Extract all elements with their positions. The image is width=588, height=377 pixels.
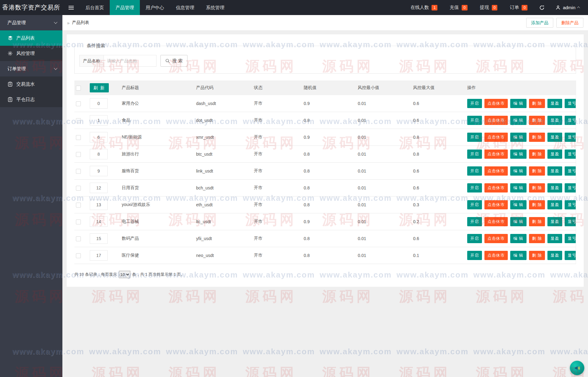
row-checkbox[interactable] <box>76 118 81 123</box>
close-market-button[interactable]: 点击休市 <box>484 150 508 159</box>
close-market-button[interactable]: 点击休市 <box>484 200 508 209</box>
show-profit-button[interactable]: 显盈 <box>547 217 562 226</box>
row-checkbox[interactable] <box>76 220 81 224</box>
delete-button[interactable]: 删 除 <box>529 166 545 176</box>
refresh-button[interactable]: 刷 新 <box>90 83 109 92</box>
delete-button[interactable]: 删 除 <box>529 99 545 108</box>
edit-button[interactable]: 编 辑 <box>510 116 527 125</box>
close-market-button[interactable]: 点击休市 <box>484 99 508 108</box>
audio-notification-button[interactable] <box>570 361 584 375</box>
sidebar-item-1-1[interactable]: 平仓日志 <box>0 92 62 107</box>
row-checkbox[interactable] <box>76 135 81 140</box>
edit-button[interactable]: 编 辑 <box>510 183 527 192</box>
open-button[interactable]: 开启 <box>467 251 482 260</box>
sidebar-item-0-0[interactable]: 产品列表 <box>0 30 62 46</box>
close-market-button[interactable]: 点击休市 <box>484 183 508 192</box>
edit-button[interactable]: 编 辑 <box>510 234 527 243</box>
sidebar-group-0[interactable]: 产品管理 <box>0 15 62 30</box>
close-market-button[interactable]: 点击休市 <box>484 133 508 142</box>
open-button[interactable]: 开启 <box>467 133 482 142</box>
close-market-button[interactable]: 点击休市 <box>484 217 508 226</box>
row-checkbox[interactable] <box>76 253 81 258</box>
row-checkbox[interactable] <box>76 152 81 157</box>
show-profit-button[interactable]: 显盈 <box>547 183 562 192</box>
sidebar-item-1-0[interactable]: 交易流水 <box>0 76 62 92</box>
open-button[interactable]: 开启 <box>467 234 482 243</box>
close-market-button[interactable]: 点击休市 <box>484 116 508 125</box>
refresh-icon[interactable] <box>534 0 550 15</box>
open-button[interactable]: 开启 <box>467 166 482 176</box>
show-loss-button[interactable]: 显亏 <box>565 234 576 243</box>
edit-button[interactable]: 编 辑 <box>510 166 527 176</box>
show-loss-button[interactable]: 显亏 <box>565 116 576 125</box>
edit-button[interactable]: 编 辑 <box>510 150 527 159</box>
nav-item-1[interactable]: 产品管理 <box>110 0 140 15</box>
edit-button[interactable]: 编 辑 <box>510 200 527 209</box>
delete-product-button[interactable]: 删除产品 <box>556 18 583 28</box>
show-profit-button[interactable]: 显盈 <box>547 150 562 159</box>
open-button[interactable]: 开启 <box>467 217 482 226</box>
row-checkbox[interactable] <box>76 101 81 106</box>
show-loss-button[interactable]: 显亏 <box>565 217 576 226</box>
show-loss-button[interactable]: 显亏 <box>565 200 576 209</box>
close-market-button[interactable]: 点击休市 <box>484 166 508 176</box>
row-id-input[interactable] <box>90 216 108 227</box>
user-menu[interactable]: admin <box>550 0 588 15</box>
nav-stat-1[interactable]: 充值 0 <box>444 0 474 15</box>
delete-button[interactable]: 删 除 <box>529 217 545 226</box>
show-loss-button[interactable]: 显亏 <box>565 166 576 176</box>
nav-stat-3[interactable]: 订单 0 <box>503 0 534 15</box>
row-id-input[interactable] <box>90 149 108 159</box>
open-button[interactable]: 开启 <box>467 183 482 192</box>
show-loss-button[interactable]: 显亏 <box>565 99 576 108</box>
nav-item-3[interactable]: 信息管理 <box>170 0 200 15</box>
per-page-select[interactable]: 10 <box>119 271 130 278</box>
row-checkbox[interactable] <box>76 236 81 241</box>
show-profit-button[interactable]: 显盈 <box>547 251 562 260</box>
delete-button[interactable]: 删 除 <box>529 251 545 260</box>
show-loss-button[interactable]: 显亏 <box>565 150 576 159</box>
row-checkbox[interactable] <box>76 203 81 208</box>
edit-button[interactable]: 编 辑 <box>510 251 527 260</box>
delete-button[interactable]: 删 除 <box>529 150 545 159</box>
delete-button[interactable]: 删 除 <box>529 234 545 243</box>
row-id-input[interactable] <box>90 115 108 126</box>
delete-button[interactable]: 删 除 <box>529 116 545 125</box>
open-button[interactable]: 开启 <box>467 99 482 108</box>
show-profit-button[interactable]: 显盈 <box>547 99 562 108</box>
product-name-input[interactable] <box>104 55 156 67</box>
close-market-button[interactable]: 点击休市 <box>484 251 508 260</box>
nav-item-0[interactable]: 后台首页 <box>80 0 110 15</box>
sidebar-group-1[interactable]: 订单管理 <box>0 61 62 76</box>
nav-stat-0[interactable]: 在线人数 1 <box>404 0 444 15</box>
row-id-input[interactable] <box>90 250 108 261</box>
row-id-input[interactable] <box>90 98 108 109</box>
row-id-input[interactable] <box>90 200 108 210</box>
show-profit-button[interactable]: 显盈 <box>547 234 562 243</box>
row-checkbox[interactable] <box>76 169 81 174</box>
select-all-checkbox[interactable] <box>76 86 81 91</box>
show-profit-button[interactable]: 显盈 <box>547 200 562 209</box>
show-profit-button[interactable]: 显盈 <box>547 133 562 142</box>
search-button[interactable]: 搜 索 <box>160 55 187 67</box>
row-id-input[interactable] <box>90 183 108 193</box>
show-loss-button[interactable]: 显亏 <box>565 133 576 142</box>
sidebar-item-0-1[interactable]: 风控管理 <box>0 46 62 61</box>
open-button[interactable]: 开启 <box>467 200 482 209</box>
edit-button[interactable]: 编 辑 <box>510 133 527 142</box>
row-id-input[interactable] <box>90 233 108 244</box>
edit-button[interactable]: 编 辑 <box>510 99 527 108</box>
close-market-button[interactable]: 点击休市 <box>484 234 508 243</box>
hamburger-icon[interactable] <box>62 0 80 15</box>
edit-button[interactable]: 编 辑 <box>510 217 527 226</box>
open-button[interactable]: 开启 <box>467 150 482 159</box>
show-loss-button[interactable]: 显亏 <box>565 183 576 192</box>
delete-button[interactable]: 删 除 <box>529 200 545 209</box>
delete-button[interactable]: 删 除 <box>529 133 545 142</box>
add-product-button[interactable]: 添加产品 <box>526 18 553 28</box>
nav-stat-2[interactable]: 提现 0 <box>474 0 504 15</box>
delete-button[interactable]: 删 除 <box>529 183 545 192</box>
row-id-input[interactable] <box>90 132 108 142</box>
show-profit-button[interactable]: 显盈 <box>547 166 562 176</box>
row-checkbox[interactable] <box>76 186 81 191</box>
